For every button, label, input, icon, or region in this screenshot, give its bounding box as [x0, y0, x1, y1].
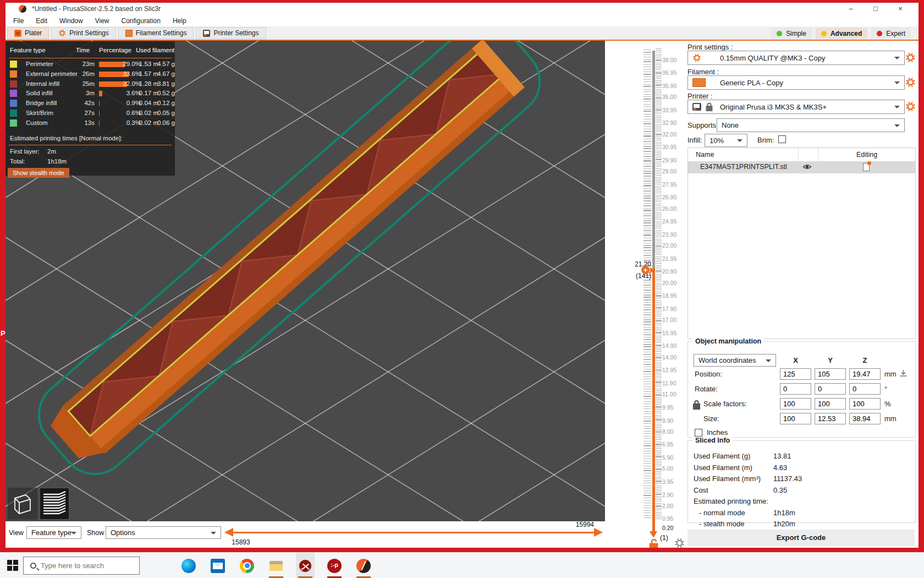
- unlock-icon[interactable]: [649, 539, 658, 548]
- 3d-view-icon[interactable]: [8, 488, 37, 520]
- manipulation-input[interactable]: [849, 383, 881, 395]
- taskbar: :-p 20°C Cloudy 11:24 19/08/2023: [0, 552, 924, 578]
- layer-slider-handle-arrow[interactable]: [650, 268, 654, 273]
- show-stealth-mode-button[interactable]: Show stealth mode: [8, 168, 69, 178]
- start-button-icon[interactable]: [7, 560, 18, 571]
- sliced-info-value: 13.81: [773, 452, 791, 460]
- menu-item-edit[interactable]: Edit: [36, 17, 47, 25]
- print-settings-dropdown[interactable]: 0.15mm QUALITY @MK3 - Copy: [688, 51, 905, 65]
- tab-filament-settings[interactable]: Filament Settings: [118, 27, 194, 39]
- tab-print-settings[interactable]: Print Settings: [51, 27, 116, 39]
- mode-simple[interactable]: Simple: [771, 28, 812, 39]
- sliced-info-row: Cost0.35: [688, 486, 915, 496]
- edge-icon[interactable]: [179, 553, 198, 578]
- menu-item-help[interactable]: Help: [173, 17, 186, 25]
- feature-color-swatch: [10, 110, 17, 117]
- layers-view-icon[interactable]: [40, 488, 69, 520]
- mode-expert[interactable]: Expert: [871, 28, 911, 39]
- drop-to-bed-icon[interactable]: [899, 369, 908, 378]
- manipulation-input[interactable]: [849, 413, 881, 424]
- chrome-icon[interactable]: [238, 553, 256, 578]
- export-gcode-button[interactable]: Export G-code: [688, 530, 915, 546]
- prusaslicer-icon[interactable]: [354, 553, 373, 578]
- maximize-button[interactable]: □: [867, 3, 884, 15]
- tab-plater[interactable]: Plater: [7, 27, 49, 39]
- file-explorer-icon[interactable]: [267, 553, 285, 578]
- 3d-viewport[interactable]: Feature type Time Percentage Used filame…: [6, 41, 605, 521]
- close-button[interactable]: ×: [892, 3, 909, 15]
- layer-tick-label: 11.90: [662, 380, 684, 386]
- view-type-dropdown[interactable]: Feature type: [26, 526, 81, 539]
- tab-printer-settings[interactable]: Printer Settings: [196, 27, 266, 39]
- printer-icon: [692, 103, 701, 111]
- range-slider-right-handle[interactable]: [594, 528, 603, 537]
- manipulation-input[interactable]: [780, 413, 811, 424]
- feature-weight: 0.12 g: [146, 100, 175, 106]
- object-list-row[interactable]: E347MAST1PRINTSPLIT.stl: [688, 161, 915, 173]
- visibility-eye-icon[interactable]: [802, 163, 812, 171]
- filament-dropdown[interactable]: Generic PLA - Copy: [688, 75, 905, 90]
- edit-printer-gear-icon[interactable]: [905, 101, 916, 112]
- manipulation-input[interactable]: [815, 368, 846, 380]
- chevron-down-icon: [211, 532, 216, 535]
- feature-label: Internal infill: [26, 80, 59, 87]
- chevron-down-icon: [766, 359, 771, 362]
- manipulation-input[interactable]: [849, 368, 881, 380]
- menu-item-window[interactable]: Window: [59, 17, 83, 25]
- layer-slider-track-selected[interactable]: [652, 268, 655, 532]
- printables-icon[interactable]: :-p: [325, 553, 344, 578]
- search-input[interactable]: [41, 561, 129, 570]
- feature-time: 3m: [75, 90, 95, 96]
- feature-percentage-bar: [99, 111, 100, 116]
- edit-object-icon[interactable]: [863, 163, 870, 171]
- mode-advanced[interactable]: Advanced: [816, 28, 867, 39]
- unit-label: mm: [884, 415, 897, 423]
- printer-dropdown[interactable]: Original Prusa i3 MK3S & MK3S+: [688, 100, 905, 114]
- show-options-dropdown[interactable]: Options: [106, 526, 221, 539]
- edit-filament-gear-icon[interactable]: [905, 77, 916, 88]
- manipulation-input[interactable]: [815, 398, 846, 410]
- brim-checkbox[interactable]: [778, 135, 786, 143]
- total-time-label: Total:: [10, 158, 25, 165]
- horizontal-range-slider[interactable]: [233, 532, 594, 533]
- sliced-info-row: - stealth mode1h20m: [688, 520, 915, 530]
- manipulation-input[interactable]: [815, 383, 846, 395]
- feature-time: 42s: [75, 100, 95, 106]
- layer-slider-track-upper[interactable]: [652, 51, 655, 268]
- menu-item-view[interactable]: View: [95, 17, 109, 25]
- taskbar-search[interactable]: [23, 557, 140, 575]
- layer-tick-label: 36.95: [662, 69, 684, 76]
- mode-label: Advanced: [831, 30, 862, 37]
- manipulation-input[interactable]: [780, 398, 811, 410]
- manipulation-input[interactable]: [815, 413, 846, 424]
- prusaslicer-window: *Untitled - PrusaSlicer-2.5.2 based on S…: [6, 3, 919, 548]
- mode-dot-icon: [777, 31, 782, 36]
- layer-slider-column: 38.0036.9535.9035.0033.9532.9032.0030.95…: [605, 41, 685, 548]
- layer-slider-bottom-handle[interactable]: [650, 531, 657, 538]
- sliced-info-row: Estimated printing time:: [688, 497, 915, 507]
- range-slider-left-handle[interactable]: [224, 528, 233, 537]
- manipulation-input[interactable]: [780, 368, 811, 380]
- manipulation-input[interactable]: [849, 398, 881, 410]
- sliced-info-panel: Sliced Info Used Filament (g)13.81Used F…: [688, 440, 916, 523]
- infill-dropdown[interactable]: 10%: [705, 134, 747, 147]
- add-color-change-icon[interactable]: +: [641, 266, 650, 274]
- printables-logo-text: :-p: [327, 561, 342, 568]
- object-list-name-header: Name: [696, 148, 714, 161]
- layer-tick-label: 27.95: [662, 181, 684, 188]
- layer-tick-label: 30.95: [662, 144, 684, 150]
- edit-print-settings-gear-icon[interactable]: [905, 52, 916, 63]
- inches-checkbox[interactable]: [695, 429, 702, 437]
- menu-bar: FileEditWindowViewConfigurationHelp: [6, 15, 919, 26]
- menu-item-configuration[interactable]: Configuration: [122, 17, 161, 25]
- uniform-scale-lock-icon[interactable]: [692, 400, 701, 410]
- mail-icon[interactable]: [208, 553, 227, 578]
- minimize-button[interactable]: –: [843, 3, 859, 15]
- menu-item-file[interactable]: File: [13, 17, 24, 25]
- manipulation-input[interactable]: [780, 383, 811, 395]
- slic3r-icon[interactable]: [296, 553, 315, 578]
- supports-dropdown[interactable]: None: [717, 118, 905, 132]
- coordinates-dropdown[interactable]: World coordinates: [694, 354, 776, 367]
- title-bar[interactable]: *Untitled - PrusaSlicer-2.5.2 based on S…: [6, 3, 919, 15]
- slider-settings-gear-icon[interactable]: [674, 538, 685, 548]
